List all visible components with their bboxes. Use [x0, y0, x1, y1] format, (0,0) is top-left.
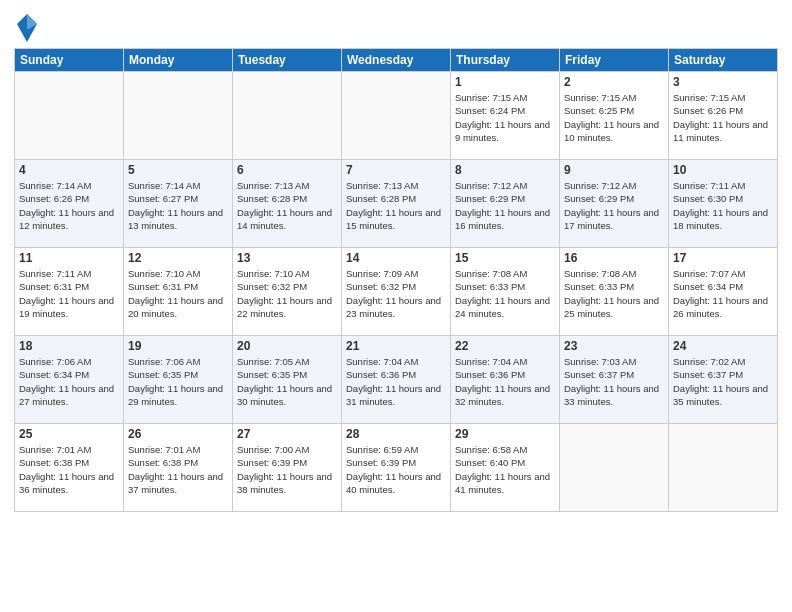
calendar-cell: 21Sunrise: 7:04 AM Sunset: 6:36 PM Dayli…: [342, 336, 451, 424]
day-number: 29: [455, 427, 555, 441]
day-number: 14: [346, 251, 446, 265]
day-info: Sunrise: 7:08 AM Sunset: 6:33 PM Dayligh…: [455, 267, 555, 320]
day-info: Sunrise: 7:06 AM Sunset: 6:34 PM Dayligh…: [19, 355, 119, 408]
weekday-header: Tuesday: [233, 49, 342, 72]
calendar-cell: 20Sunrise: 7:05 AM Sunset: 6:35 PM Dayli…: [233, 336, 342, 424]
day-info: Sunrise: 7:11 AM Sunset: 6:31 PM Dayligh…: [19, 267, 119, 320]
day-number: 3: [673, 75, 773, 89]
day-number: 20: [237, 339, 337, 353]
day-number: 10: [673, 163, 773, 177]
calendar-cell: 13Sunrise: 7:10 AM Sunset: 6:32 PM Dayli…: [233, 248, 342, 336]
day-info: Sunrise: 7:07 AM Sunset: 6:34 PM Dayligh…: [673, 267, 773, 320]
day-number: 22: [455, 339, 555, 353]
weekday-header: Wednesday: [342, 49, 451, 72]
logo-icon: [17, 14, 37, 42]
day-info: Sunrise: 7:05 AM Sunset: 6:35 PM Dayligh…: [237, 355, 337, 408]
calendar-cell: [342, 72, 451, 160]
calendar-cell: [669, 424, 778, 512]
day-number: 27: [237, 427, 337, 441]
calendar-cell: 4Sunrise: 7:14 AM Sunset: 6:26 PM Daylig…: [15, 160, 124, 248]
day-info: Sunrise: 7:04 AM Sunset: 6:36 PM Dayligh…: [455, 355, 555, 408]
day-number: 6: [237, 163, 337, 177]
day-number: 16: [564, 251, 664, 265]
day-number: 11: [19, 251, 119, 265]
day-number: 17: [673, 251, 773, 265]
calendar-cell: 15Sunrise: 7:08 AM Sunset: 6:33 PM Dayli…: [451, 248, 560, 336]
calendar-cell: 17Sunrise: 7:07 AM Sunset: 6:34 PM Dayli…: [669, 248, 778, 336]
day-number: 9: [564, 163, 664, 177]
day-info: Sunrise: 6:58 AM Sunset: 6:40 PM Dayligh…: [455, 443, 555, 496]
day-info: Sunrise: 7:12 AM Sunset: 6:29 PM Dayligh…: [564, 179, 664, 232]
day-info: Sunrise: 7:14 AM Sunset: 6:26 PM Dayligh…: [19, 179, 119, 232]
calendar-cell: [233, 72, 342, 160]
day-number: 4: [19, 163, 119, 177]
calendar-cell: 29Sunrise: 6:58 AM Sunset: 6:40 PM Dayli…: [451, 424, 560, 512]
calendar-week-row: 25Sunrise: 7:01 AM Sunset: 6:38 PM Dayli…: [15, 424, 778, 512]
day-info: Sunrise: 6:59 AM Sunset: 6:39 PM Dayligh…: [346, 443, 446, 496]
day-info: Sunrise: 7:11 AM Sunset: 6:30 PM Dayligh…: [673, 179, 773, 232]
calendar: SundayMondayTuesdayWednesdayThursdayFrid…: [14, 48, 778, 512]
day-number: 24: [673, 339, 773, 353]
day-info: Sunrise: 7:01 AM Sunset: 6:38 PM Dayligh…: [19, 443, 119, 496]
day-info: Sunrise: 7:10 AM Sunset: 6:32 PM Dayligh…: [237, 267, 337, 320]
calendar-cell: 25Sunrise: 7:01 AM Sunset: 6:38 PM Dayli…: [15, 424, 124, 512]
day-info: Sunrise: 7:15 AM Sunset: 6:25 PM Dayligh…: [564, 91, 664, 144]
calendar-cell: 18Sunrise: 7:06 AM Sunset: 6:34 PM Dayli…: [15, 336, 124, 424]
day-info: Sunrise: 7:03 AM Sunset: 6:37 PM Dayligh…: [564, 355, 664, 408]
calendar-week-row: 1Sunrise: 7:15 AM Sunset: 6:24 PM Daylig…: [15, 72, 778, 160]
calendar-cell: 16Sunrise: 7:08 AM Sunset: 6:33 PM Dayli…: [560, 248, 669, 336]
calendar-cell: [124, 72, 233, 160]
calendar-cell: 7Sunrise: 7:13 AM Sunset: 6:28 PM Daylig…: [342, 160, 451, 248]
day-info: Sunrise: 7:13 AM Sunset: 6:28 PM Dayligh…: [346, 179, 446, 232]
calendar-cell: 19Sunrise: 7:06 AM Sunset: 6:35 PM Dayli…: [124, 336, 233, 424]
day-number: 12: [128, 251, 228, 265]
weekday-header: Monday: [124, 49, 233, 72]
day-info: Sunrise: 7:12 AM Sunset: 6:29 PM Dayligh…: [455, 179, 555, 232]
calendar-cell: 8Sunrise: 7:12 AM Sunset: 6:29 PM Daylig…: [451, 160, 560, 248]
day-info: Sunrise: 7:01 AM Sunset: 6:38 PM Dayligh…: [128, 443, 228, 496]
logo: [14, 14, 37, 42]
calendar-cell: 22Sunrise: 7:04 AM Sunset: 6:36 PM Dayli…: [451, 336, 560, 424]
calendar-cell: 23Sunrise: 7:03 AM Sunset: 6:37 PM Dayli…: [560, 336, 669, 424]
day-info: Sunrise: 7:09 AM Sunset: 6:32 PM Dayligh…: [346, 267, 446, 320]
day-info: Sunrise: 7:13 AM Sunset: 6:28 PM Dayligh…: [237, 179, 337, 232]
calendar-cell: 5Sunrise: 7:14 AM Sunset: 6:27 PM Daylig…: [124, 160, 233, 248]
calendar-cell: 6Sunrise: 7:13 AM Sunset: 6:28 PM Daylig…: [233, 160, 342, 248]
day-info: Sunrise: 7:08 AM Sunset: 6:33 PM Dayligh…: [564, 267, 664, 320]
calendar-week-row: 11Sunrise: 7:11 AM Sunset: 6:31 PM Dayli…: [15, 248, 778, 336]
day-number: 18: [19, 339, 119, 353]
day-number: 8: [455, 163, 555, 177]
day-number: 15: [455, 251, 555, 265]
calendar-cell: 2Sunrise: 7:15 AM Sunset: 6:25 PM Daylig…: [560, 72, 669, 160]
day-number: 5: [128, 163, 228, 177]
weekday-header: Saturday: [669, 49, 778, 72]
calendar-cell: [560, 424, 669, 512]
calendar-cell: 11Sunrise: 7:11 AM Sunset: 6:31 PM Dayli…: [15, 248, 124, 336]
day-info: Sunrise: 7:02 AM Sunset: 6:37 PM Dayligh…: [673, 355, 773, 408]
day-number: 1: [455, 75, 555, 89]
day-info: Sunrise: 7:10 AM Sunset: 6:31 PM Dayligh…: [128, 267, 228, 320]
day-info: Sunrise: 7:04 AM Sunset: 6:36 PM Dayligh…: [346, 355, 446, 408]
day-number: 23: [564, 339, 664, 353]
calendar-week-row: 18Sunrise: 7:06 AM Sunset: 6:34 PM Dayli…: [15, 336, 778, 424]
day-number: 7: [346, 163, 446, 177]
day-number: 2: [564, 75, 664, 89]
weekday-header: Sunday: [15, 49, 124, 72]
calendar-cell: 14Sunrise: 7:09 AM Sunset: 6:32 PM Dayli…: [342, 248, 451, 336]
calendar-week-row: 4Sunrise: 7:14 AM Sunset: 6:26 PM Daylig…: [15, 160, 778, 248]
weekday-header: Friday: [560, 49, 669, 72]
weekday-header: Thursday: [451, 49, 560, 72]
calendar-cell: 1Sunrise: 7:15 AM Sunset: 6:24 PM Daylig…: [451, 72, 560, 160]
calendar-cell: 27Sunrise: 7:00 AM Sunset: 6:39 PM Dayli…: [233, 424, 342, 512]
day-info: Sunrise: 7:15 AM Sunset: 6:24 PM Dayligh…: [455, 91, 555, 144]
calendar-cell: 28Sunrise: 6:59 AM Sunset: 6:39 PM Dayli…: [342, 424, 451, 512]
calendar-cell: 12Sunrise: 7:10 AM Sunset: 6:31 PM Dayli…: [124, 248, 233, 336]
calendar-cell: 9Sunrise: 7:12 AM Sunset: 6:29 PM Daylig…: [560, 160, 669, 248]
day-number: 13: [237, 251, 337, 265]
day-number: 26: [128, 427, 228, 441]
calendar-cell: [15, 72, 124, 160]
day-info: Sunrise: 7:06 AM Sunset: 6:35 PM Dayligh…: [128, 355, 228, 408]
day-info: Sunrise: 7:00 AM Sunset: 6:39 PM Dayligh…: [237, 443, 337, 496]
day-number: 25: [19, 427, 119, 441]
calendar-cell: 10Sunrise: 7:11 AM Sunset: 6:30 PM Dayli…: [669, 160, 778, 248]
